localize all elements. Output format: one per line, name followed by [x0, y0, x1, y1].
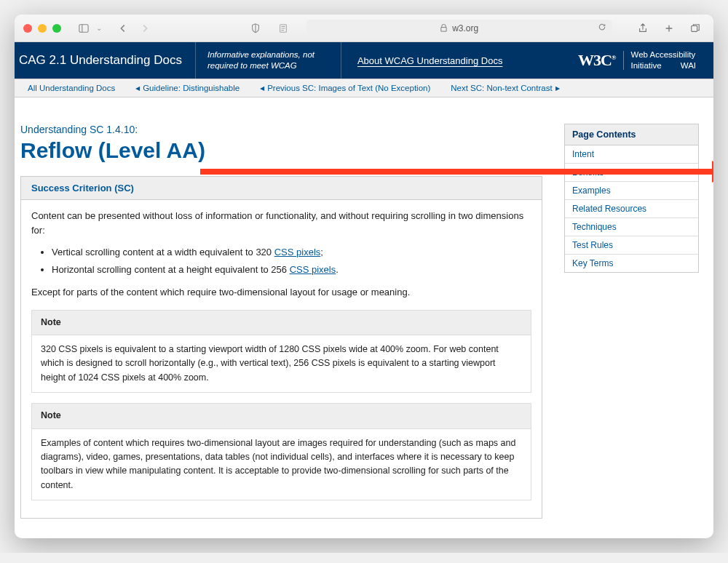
reader-icon[interactable] [274, 20, 293, 36]
sc-bullet-horizontal: Horizontal scrolling content at a height… [52, 263, 531, 277]
page-title: Reflow (Level AA) [20, 138, 542, 163]
sidebar-toggle-icon[interactable] [74, 20, 93, 36]
right-arrow-icon: ▶ [555, 85, 560, 92]
chevron-down-icon[interactable]: ⌄ [96, 24, 102, 32]
toc-item-benefits[interactable]: Benefits [565, 164, 698, 182]
toc-item-examples[interactable]: Examples [565, 182, 698, 200]
toc-item-test-rules[interactable]: Test Rules [565, 236, 698, 255]
wai-logo-block[interactable]: W3C® Web Accessibility InitiativeWAI [578, 49, 713, 71]
svg-rect-9 [692, 25, 697, 31]
main-column: Understanding SC 1.4.10: Reflow (Level A… [20, 124, 542, 535]
lock-icon [440, 24, 448, 32]
toc-list: Intent Benefits Examples Related Resourc… [564, 145, 699, 273]
share-icon[interactable] [633, 20, 652, 36]
sc-list: Vertical scrolling content at a width eq… [52, 245, 531, 277]
css-pixels-link[interactable]: CSS pixels [290, 264, 336, 275]
nav-strip: All Understanding Docs ◀Guideline: Disti… [15, 79, 713, 97]
nav-all-docs[interactable]: All Understanding Docs [28, 84, 115, 92]
nav-guideline[interactable]: ◀Guideline: Distinguishable [135, 84, 240, 92]
content-area: Understanding SC 1.4.10: Reflow (Level A… [15, 97, 713, 535]
sc-intro: Content can be presented without loss of… [31, 209, 531, 238]
page-header: CAG 2.1 Understanding Docs Informative e… [15, 42, 713, 79]
svg-rect-0 [79, 24, 88, 32]
css-pixels-link[interactable]: CSS pixels [274, 247, 321, 257]
nav-prev-sc[interactable]: ◀Previous SC: Images of Text (No Excepti… [260, 84, 430, 92]
note-box-1: Note 320 CSS pixels is equivalent to a s… [31, 310, 531, 394]
close-button[interactable] [23, 24, 32, 33]
titlebar: ⌄ w3.org [15, 15, 713, 42]
url-bar[interactable]: w3.org [306, 20, 612, 37]
toc-item-techniques[interactable]: Techniques [565, 218, 698, 236]
sc-except: Except for parts of the content which re… [31, 285, 531, 300]
sc-header: Success Criterion (SC) [21, 177, 542, 200]
note-body: Examples of content which requires two-d… [32, 429, 531, 500]
note-box-2: Note Examples of content which requires … [31, 403, 531, 500]
note-body: 320 CSS pixels is equivalent to a starti… [32, 335, 531, 392]
toc-item-intent[interactable]: Intent [565, 145, 698, 164]
tabs-icon[interactable] [686, 20, 705, 36]
reload-icon[interactable] [598, 23, 606, 33]
sc-body: Content can be presented without loss of… [21, 200, 542, 518]
shield-icon[interactable] [246, 20, 265, 36]
maximize-button[interactable] [52, 24, 61, 33]
note-header: Note [32, 404, 531, 428]
left-arrow-icon: ◀ [135, 85, 140, 92]
toc-item-related[interactable]: Related Resources [565, 200, 698, 218]
minimize-button[interactable] [38, 24, 47, 33]
wai-text: Web Accessibility InitiativeWAI [631, 49, 696, 71]
informative-note: Informative explanations, not required t… [196, 42, 341, 79]
traffic-lights [23, 24, 61, 33]
new-tab-icon[interactable] [660, 20, 678, 36]
page-contents-toc: Page Contents Intent Benefits Examples R… [564, 124, 699, 273]
url-text: w3.org [452, 23, 478, 33]
browser-window: ⌄ w3.org [15, 15, 713, 538]
note-header: Note [32, 311, 531, 335]
left-arrow-icon: ◀ [260, 85, 264, 92]
nav-next-sc[interactable]: Next SC: Non-text Contrast▶ [451, 84, 559, 92]
forward-button[interactable] [135, 20, 154, 36]
success-criterion-box: Success Criterion (SC) Content can be pr… [20, 176, 542, 519]
w3c-logo: W3C® [578, 51, 624, 70]
pre-title: Understanding SC 1.4.10: [20, 124, 542, 135]
toc-header: Page Contents [564, 124, 699, 145]
docs-title: CAG 2.1 Understanding Docs [15, 42, 196, 79]
back-button[interactable] [114, 20, 132, 36]
sc-bullet-vertical: Vertical scrolling content at a width eq… [52, 245, 531, 260]
toc-item-key-terms[interactable]: Key Terms [565, 255, 698, 272]
about-link[interactable]: About WCAG Understanding Docs [341, 42, 518, 79]
